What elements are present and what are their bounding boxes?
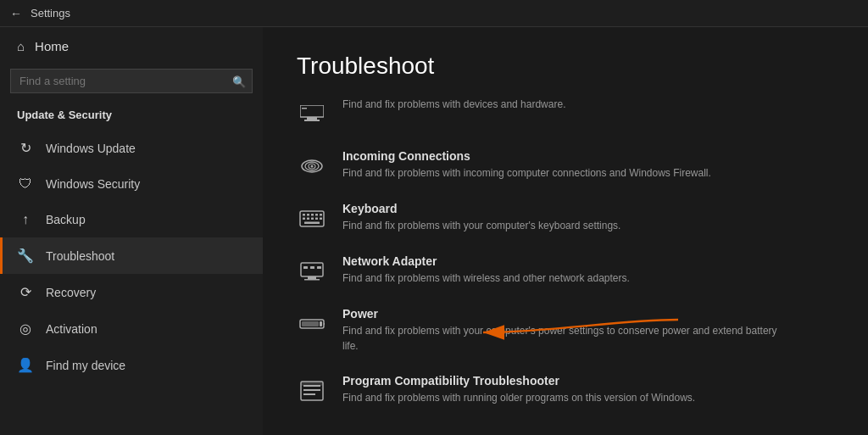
- sidebar-section-title: Update & Security: [0, 103, 263, 130]
- sidebar-item-label: Backup: [46, 213, 86, 226]
- power-desc: Find and fix problems with your computer…: [342, 323, 783, 354]
- sidebar-item-windows-security[interactable]: 🛡 Windows Security: [0, 166, 263, 202]
- svg-rect-0: [300, 105, 324, 117]
- sidebar-item-backup[interactable]: ↑ Backup: [0, 202, 263, 237]
- incoming-connections-desc: Find and fix problems with incoming comp…: [342, 165, 711, 181]
- backup-icon: ↑: [17, 212, 34, 227]
- page-title: Troubleshoot: [297, 53, 834, 80]
- svg-rect-33: [303, 389, 320, 391]
- svg-rect-15: [307, 218, 309, 220]
- sidebar-item-recovery[interactable]: ⟳ Recovery: [0, 274, 263, 310]
- power-icon: [297, 309, 327, 339]
- svg-rect-24: [310, 266, 314, 269]
- back-button[interactable]: ←: [10, 7, 22, 20]
- windows-security-icon: 🛡: [17, 176, 34, 192]
- incoming-connections-title: Incoming Connections: [342, 149, 711, 163]
- sidebar-item-home[interactable]: ⌂ Home: [0, 27, 263, 65]
- svg-rect-16: [311, 218, 314, 220]
- sidebar-item-troubleshoot[interactable]: 🔧 Troubleshoot: [0, 237, 263, 274]
- keyboard-desc: Find and fix problems with your computer…: [342, 218, 620, 233]
- program-compat-desc: Find and fix problems with running older…: [342, 390, 695, 405]
- incoming-connections-icon: [297, 151, 327, 181]
- svg-rect-9: [303, 214, 305, 216]
- program-compat-title: Program Compatibility Troubleshooter: [342, 374, 695, 388]
- list-item: Power Find and fix problems with your co…: [297, 307, 834, 354]
- keyboard-icon: [297, 204, 327, 234]
- network-adapter-icon: [297, 256, 327, 287]
- svg-rect-1: [307, 117, 317, 120]
- svg-rect-13: [320, 214, 322, 216]
- activation-icon: ◎: [17, 321, 34, 337]
- windows-update-icon: ↻: [17, 140, 34, 156]
- network-adapter-desc: Find and fix problems with wireless and …: [342, 270, 630, 286]
- search-input[interactable]: [10, 69, 253, 93]
- program-compat-icon: [297, 376, 327, 406]
- sidebar-home-label: Home: [35, 39, 69, 53]
- title-bar: ← Settings: [0, 0, 868, 27]
- svg-rect-14: [303, 218, 305, 220]
- incoming-connections-content: Incoming Connections Find and fix proble…: [342, 149, 711, 181]
- svg-rect-34: [303, 393, 315, 395]
- svg-rect-2: [304, 120, 320, 121]
- recovery-icon: ⟳: [17, 284, 34, 300]
- svg-rect-21: [308, 276, 316, 279]
- svg-rect-17: [315, 218, 318, 220]
- svg-rect-11: [311, 214, 314, 216]
- svg-rect-20: [301, 263, 323, 276]
- sidebar-item-label: Windows Security: [46, 177, 140, 191]
- list-item: Incoming Connections Find and fix proble…: [297, 149, 834, 181]
- search-icon: 🔍: [232, 75, 246, 87]
- svg-rect-22: [304, 279, 320, 281]
- svg-rect-28: [320, 321, 322, 326]
- power-title: Power: [342, 307, 783, 321]
- sidebar: ⌂ Home 🔍 Update & Security ↻ Windows Upd…: [0, 27, 263, 435]
- home-icon: ⌂: [17, 39, 25, 53]
- svg-rect-23: [303, 266, 308, 269]
- sidebar-item-label: Troubleshoot: [46, 249, 114, 263]
- devices-hardware-icon: [297, 98, 327, 129]
- svg-rect-3: [302, 108, 307, 109]
- svg-rect-35: [301, 382, 323, 386]
- network-adapter-title: Network Adapter: [342, 254, 630, 268]
- svg-rect-12: [315, 214, 318, 216]
- keyboard-content: Keyboard Find and fix problems with your…: [342, 202, 620, 233]
- sidebar-item-activation[interactable]: ◎ Activation: [0, 310, 263, 347]
- program-compat-content: Program Compatibility Troubleshooter Fin…: [342, 374, 695, 405]
- list-item: Network Adapter Find and fix problems wi…: [297, 254, 834, 287]
- svg-point-7: [311, 165, 314, 168]
- troubleshoot-icon: 🔧: [17, 248, 34, 264]
- find-device-icon: 👤: [17, 357, 34, 373]
- network-adapter-content: Network Adapter Find and fix problems wi…: [342, 254, 630, 286]
- sidebar-item-label: Windows Update: [46, 142, 136, 155]
- svg-rect-29: [324, 323, 325, 325]
- svg-rect-10: [307, 214, 309, 216]
- power-content: Power Find and fix problems with your co…: [342, 307, 783, 354]
- app-body: ⌂ Home 🔍 Update & Security ↻ Windows Upd…: [0, 27, 868, 435]
- devices-hardware-content: Find and fix problems with devices and h…: [342, 97, 565, 112]
- list-item: Program Compatibility Troubleshooter Fin…: [297, 374, 834, 406]
- sidebar-item-windows-update[interactable]: ↻ Windows Update: [0, 130, 263, 166]
- keyboard-title: Keyboard: [342, 202, 620, 215]
- list-item: Keyboard Find and fix problems with your…: [297, 202, 834, 234]
- main-content: Troubleshoot Find and fix problems with …: [263, 27, 868, 435]
- title-bar-title: Settings: [31, 7, 70, 20]
- sidebar-search-container: 🔍: [10, 69, 253, 93]
- devices-hardware-desc: Find and fix problems with devices and h…: [342, 97, 565, 112]
- sidebar-item-label: Recovery: [46, 286, 96, 299]
- svg-rect-19: [304, 222, 320, 225]
- svg-rect-27: [302, 321, 319, 326]
- svg-rect-18: [320, 218, 322, 220]
- list-item: Find and fix problems with devices and h…: [297, 97, 834, 129]
- sidebar-item-label: Find my device: [46, 359, 125, 372]
- sidebar-item-label: Activation: [46, 322, 97, 336]
- svg-rect-25: [317, 266, 321, 269]
- sidebar-item-find-my-device[interactable]: 👤 Find my device: [0, 347, 263, 383]
